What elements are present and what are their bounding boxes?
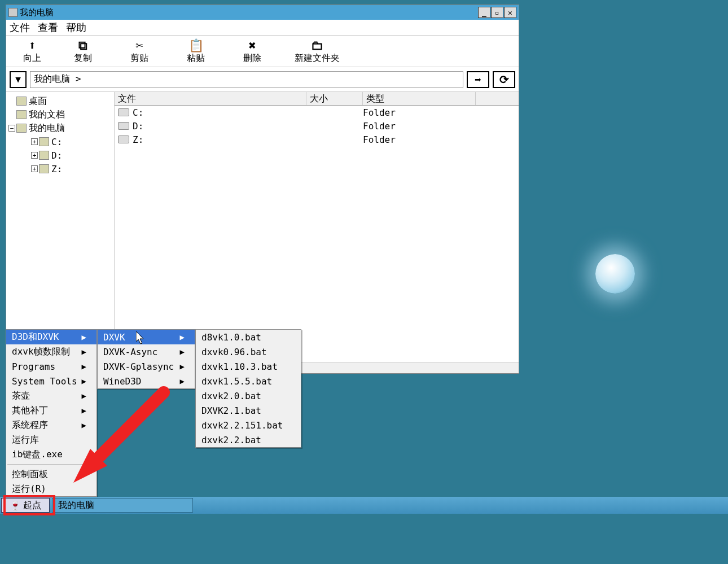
menu-separator — [7, 464, 95, 465]
expand-icon[interactable]: + — [31, 152, 38, 159]
chevron-right-icon: ▶ — [82, 333, 86, 342]
drive-icon — [118, 122, 129, 130]
clipboard-icon: 📋 — [188, 38, 204, 53]
menu-item-dxvk[interactable]: DXVK▶ — [98, 330, 195, 344]
menu-item-ib-keyboard[interactable]: ib键盘.exe — [6, 447, 97, 462]
tree-my-computer[interactable]: −我的电脑 — [8, 121, 112, 135]
expand-icon[interactable]: + — [31, 165, 38, 172]
copy-button[interactable]: ⧉复制 — [55, 38, 111, 64]
file-list: 文件 大小 类型 C:Folder D:Folder Z:Folder — [115, 92, 519, 362]
menu-item-other-patches[interactable]: 其他补丁▶ — [6, 403, 97, 418]
menu-item-bat[interactable]: dxvk0.96.bat — [196, 344, 301, 359]
menu-item-bat[interactable]: d8vk1.0.bat — [196, 330, 301, 344]
menu-item-run[interactable]: 运行(R) — [6, 482, 97, 496]
app-icon — [8, 8, 17, 17]
menu-file[interactable]: 文件 — [10, 21, 30, 34]
up-button[interactable]: ⬆向上 — [10, 38, 55, 64]
chevron-right-icon: ▶ — [180, 347, 185, 356]
new-folder-button[interactable]: 🗀新建文件夹 — [280, 38, 354, 64]
start-button[interactable]: 🍷 起点 — [1, 498, 50, 513]
start-menu-level2: DXVK▶ DXVK-Async▶ DXVK-Gplasync▶ WineD3D… — [97, 329, 195, 389]
address-bar: ▼ ➡ ⟳ — [6, 67, 519, 92]
menu-item-bat[interactable]: DXVK2.1.bat — [196, 403, 301, 418]
computer-icon — [16, 124, 27, 133]
refresh-icon: ⟳ — [499, 73, 509, 86]
menu-view[interactable]: 查看 — [38, 21, 58, 34]
copy-icon: ⧉ — [78, 38, 87, 53]
menu-item-system-programs[interactable]: 系统程序▶ — [6, 418, 97, 432]
list-item[interactable]: C:Folder — [115, 106, 519, 119]
start-menu-level1: D3D和DXVK▶ dxvk帧数限制▶ Programs▶ System Too… — [6, 329, 97, 497]
menu-item-dxvk-gplasync[interactable]: DXVK-Gplasync▶ — [98, 359, 195, 374]
drive-icon — [118, 135, 129, 143]
menu-item-bat[interactable]: dxvk2.2.bat — [196, 432, 301, 447]
collapse-icon[interactable]: − — [8, 125, 15, 132]
menu-item-teapot[interactable]: 茶壶▶ — [6, 388, 97, 403]
close-button[interactable]: ✕ — [504, 7, 516, 18]
desktop-orb-decor — [595, 254, 635, 294]
tree-drive-c[interactable]: +C: — [8, 135, 112, 148]
chevron-down-icon: ▼ — [15, 74, 21, 85]
col-file[interactable]: 文件 — [115, 92, 306, 105]
minimize-button[interactable]: _ — [478, 7, 490, 18]
menubar: 文件 查看 帮助 — [6, 20, 519, 36]
folder-tree: 桌面 我的文档 −我的电脑 +C: +D: +Z: — [6, 92, 115, 362]
expand-icon[interactable]: + — [31, 138, 38, 145]
menu-item-system-tools[interactable]: System Tools▶ — [6, 374, 97, 388]
go-button[interactable]: ➡ — [467, 71, 489, 88]
arrow-right-icon: ➡ — [475, 73, 481, 86]
menu-item-bat[interactable]: dxvk1.10.3.bat — [196, 359, 301, 374]
window-title: 我的电脑 — [20, 7, 54, 18]
menu-item-runtimes[interactable]: 运行库 — [6, 432, 97, 447]
tree-desktop[interactable]: 桌面 — [8, 94, 112, 108]
address-input[interactable] — [30, 71, 463, 88]
menu-item-bat[interactable]: dxvk2.2.151.bat — [196, 418, 301, 432]
chevron-right-icon: ▶ — [180, 377, 185, 386]
menu-item-bat[interactable]: dxvk2.0.bat — [196, 388, 301, 403]
scissors-icon: ✂ — [135, 38, 143, 53]
col-size[interactable]: 大小 — [306, 92, 363, 105]
taskbar-item[interactable]: 我的电脑 — [52, 498, 193, 513]
folder-icon — [16, 110, 27, 119]
wine-glass-icon: 🍷 — [10, 500, 21, 511]
chevron-right-icon: ▶ — [82, 391, 86, 400]
menu-item-control-panel[interactable]: 控制面板 — [6, 467, 97, 482]
menu-item-dxvk-async[interactable]: DXVK-Async▶ — [98, 344, 195, 359]
col-type[interactable]: 类型 — [363, 92, 476, 105]
delete-icon: ✖ — [248, 38, 256, 53]
file-manager-window: 我的电脑 _ ▫ ✕ 文件 查看 帮助 ⬆向上 ⧉复制 ✂剪贴 📋粘贴 ✖删除 … — [6, 5, 519, 374]
titlebar[interactable]: 我的电脑 _ ▫ ✕ — [6, 5, 519, 20]
start-menu-level3: d8vk1.0.bat dxvk0.96.bat dxvk1.10.3.bat … — [195, 329, 301, 448]
up-arrow-icon: ⬆ — [28, 38, 36, 53]
menu-item-dxvk-fps-limit[interactable]: dxvk帧数限制▶ — [6, 344, 97, 359]
chevron-right-icon: ▶ — [82, 421, 86, 430]
tree-drive-d[interactable]: +D: — [8, 148, 112, 162]
tree-drive-z[interactable]: +Z: — [8, 162, 112, 176]
taskbar: 🍷 起点 我的电脑 — [0, 497, 728, 514]
list-item[interactable]: D:Folder — [115, 119, 519, 133]
address-dropdown[interactable]: ▼ — [10, 71, 27, 88]
drive-icon — [39, 137, 49, 146]
menu-item-programs[interactable]: Programs▶ — [6, 359, 97, 374]
chevron-right-icon: ▶ — [82, 347, 86, 356]
menu-item-wined3d[interactable]: WineD3D▶ — [98, 374, 195, 388]
maximize-button[interactable]: ▫ — [491, 7, 503, 18]
delete-button[interactable]: ✖删除 — [224, 38, 280, 64]
new-folder-icon: 🗀 — [311, 38, 323, 53]
chevron-right-icon: ▶ — [82, 377, 86, 386]
menu-help[interactable]: 帮助 — [66, 21, 86, 34]
list-item[interactable]: Z:Folder — [115, 133, 519, 146]
drive-icon — [118, 108, 129, 116]
drive-icon — [39, 151, 49, 160]
cut-button[interactable]: ✂剪贴 — [111, 38, 168, 64]
drive-icon — [39, 164, 49, 173]
chevron-right-icon: ▶ — [180, 362, 185, 371]
chevron-right-icon: ▶ — [180, 333, 185, 342]
refresh-button[interactable]: ⟳ — [493, 71, 515, 88]
desktop-icon — [16, 97, 27, 106]
menu-item-bat[interactable]: dxvk1.5.5.bat — [196, 374, 301, 388]
paste-button[interactable]: 📋粘贴 — [168, 38, 224, 64]
tree-my-documents[interactable]: 我的文档 — [8, 108, 112, 121]
chevron-right-icon: ▶ — [82, 406, 86, 415]
menu-item-d3d-dxvk[interactable]: D3D和DXVK▶ — [6, 330, 97, 344]
